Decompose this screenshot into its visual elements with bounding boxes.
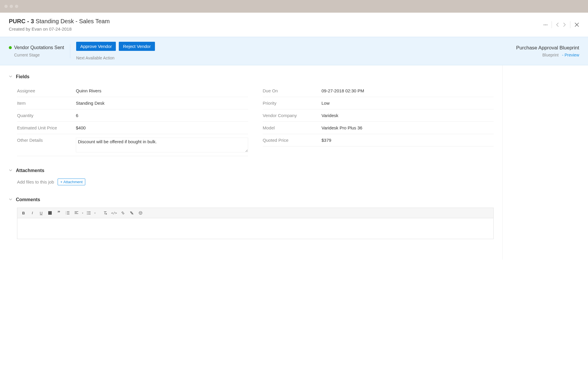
svg-rect-6 — [75, 211, 78, 212]
field-label: Estimated Unit Price — [17, 125, 76, 130]
record-id: PURC - 3 — [9, 18, 34, 24]
svg-rect-10 — [88, 211, 91, 212]
fields-section-header[interactable]: Fields — [9, 74, 494, 79]
approve-vendor-button[interactable]: Approve Vendor — [76, 42, 116, 51]
field-row: AssigneeQuinn Rivers — [17, 85, 248, 97]
comments-section-header[interactable]: Comments — [9, 197, 494, 202]
field-row: ModelVaridesk Pro Plus 36 — [263, 122, 494, 134]
comments-title: Comments — [16, 197, 40, 202]
attachment-prompt: Add files to this job — [17, 179, 54, 184]
code-icon[interactable]: </> — [110, 210, 118, 216]
quote-icon[interactable]: ” — [55, 210, 63, 216]
traffic-light-zoom[interactable] — [15, 5, 18, 8]
field-row: Due On09-27-2018 02:30 PM — [263, 85, 494, 97]
created-by-line: Created by Evan on 07-24-2018 — [9, 26, 110, 31]
field-value[interactable]: Quinn Rivers — [76, 88, 248, 93]
field-row: PriorityLow — [263, 97, 494, 109]
field-value[interactable]: Varidesk — [322, 113, 494, 118]
svg-rect-1 — [67, 213, 69, 213]
field-label: Vendor Company — [263, 113, 322, 118]
left-column: Fields AssigneeQuinn RiversItemStanding … — [0, 65, 503, 260]
prev-record-icon[interactable] — [556, 22, 559, 27]
field-value[interactable]: 6 — [76, 113, 248, 118]
stage-left: Vendor Quotations Sent Current Stage App… — [9, 42, 155, 60]
blueprint-label: Blueprint — [542, 53, 559, 57]
add-attachment-button[interactable]: + Attachment — [58, 179, 85, 185]
svg-rect-7 — [75, 212, 77, 213]
blueprint-title: Purchase Approval Blueprint — [516, 45, 579, 51]
editor-toolbar: B I U ” 123 ▾ — [17, 208, 493, 218]
status-dot-icon — [9, 46, 12, 49]
bold-icon[interactable]: B — [20, 210, 27, 216]
field-value[interactable]: $400 — [76, 125, 248, 130]
reject-vendor-button[interactable]: Reject Vendor — [119, 42, 155, 51]
align-dropdown-icon[interactable]: ▾ — [81, 210, 84, 216]
field-row: ItemStanding Desk — [17, 97, 248, 109]
attachments-section-header[interactable]: Attachments — [9, 168, 494, 173]
traffic-light-minimize[interactable] — [10, 5, 13, 8]
field-value[interactable]: Standing Desk — [76, 101, 248, 106]
unlink-icon[interactable] — [128, 210, 136, 216]
field-value[interactable]: 09-27-2018 02:30 PM — [322, 88, 494, 93]
right-column — [503, 65, 588, 260]
comment-editor: B I U ” 123 ▾ — [17, 208, 494, 239]
comment-textarea[interactable] — [17, 218, 493, 239]
record-subject: Standing Desk - Sales Team — [36, 18, 110, 24]
italic-icon[interactable]: I — [29, 210, 36, 216]
fields-section: Fields AssigneeQuinn RiversItemStanding … — [9, 74, 494, 156]
svg-point-15 — [139, 211, 142, 215]
header-left: PURC - 3 Standing Desk - Sales Team Crea… — [9, 18, 110, 31]
traffic-light-close[interactable] — [4, 5, 8, 8]
field-row: Other DetailsDiscount will be offered if… — [17, 134, 248, 156]
link-icon[interactable] — [119, 210, 127, 216]
svg-rect-0 — [67, 211, 69, 212]
next-action-label: Next Available Action — [76, 56, 155, 60]
fields-right-column: Due On09-27-2018 02:30 PMPriorityLowVend… — [263, 85, 494, 156]
field-label: Model — [263, 125, 322, 130]
current-stage-name: Vendor Quotations Sent — [14, 45, 64, 50]
field-row: Quoted Price$379 — [263, 134, 494, 146]
current-stage-block: Vendor Quotations Sent Current Stage — [9, 45, 64, 57]
svg-point-17 — [141, 212, 141, 213]
svg-rect-8 — [75, 214, 78, 214]
blueprint-info: Purchase Approval Blueprint Blueprint - … — [516, 45, 579, 57]
header-actions — [544, 21, 579, 28]
field-value[interactable]: Low — [322, 101, 494, 106]
next-record-icon[interactable] — [563, 22, 566, 27]
separator — [570, 21, 570, 28]
underline-icon[interactable]: U — [37, 210, 45, 216]
numbered-list-icon[interactable]: 123 — [64, 210, 71, 216]
window-chrome — [0, 0, 588, 13]
align-icon[interactable] — [73, 210, 80, 216]
field-label: Priority — [263, 101, 322, 106]
fields-grid: AssigneeQuinn RiversItemStanding DeskQua… — [9, 85, 494, 156]
blueprint-preview-link[interactable]: - Preview — [562, 53, 579, 57]
svg-text:1: 1 — [66, 211, 66, 212]
svg-rect-12 — [88, 213, 91, 213]
current-stage-label: Current Stage — [9, 53, 64, 57]
field-label: Quoted Price — [263, 138, 322, 143]
close-icon[interactable] — [574, 22, 579, 27]
svg-text:3: 3 — [66, 214, 66, 215]
field-row: Quantity6 — [17, 109, 248, 122]
field-value[interactable]: Discount will be offered if bought in bu… — [76, 138, 248, 152]
svg-point-16 — [140, 212, 140, 213]
field-label: Item — [17, 101, 76, 106]
list-dropdown-icon[interactable]: ▾ — [94, 210, 96, 216]
field-row: Estimated Unit Price$400 — [17, 122, 248, 134]
field-value[interactable]: Varidesk Pro Plus 36 — [322, 125, 494, 130]
field-label: Other Details — [17, 138, 76, 143]
field-label: Quantity — [17, 113, 76, 118]
svg-rect-14 — [88, 214, 91, 214]
clear-format-icon[interactable] — [101, 210, 109, 216]
attachments-section: Attachments Add files to this job + Atta… — [9, 168, 494, 185]
color-fill-icon[interactable] — [46, 210, 54, 216]
field-value[interactable]: $379 — [322, 138, 494, 143]
svg-point-11 — [87, 213, 88, 213]
bullet-list-icon[interactable] — [85, 210, 93, 216]
more-options-icon[interactable] — [544, 24, 547, 25]
emoji-icon[interactable] — [137, 210, 144, 216]
record-title: PURC - 3 Standing Desk - Sales Team — [9, 18, 110, 25]
field-row: Vendor CompanyVaridesk — [263, 109, 494, 122]
svg-point-13 — [87, 214, 88, 214]
